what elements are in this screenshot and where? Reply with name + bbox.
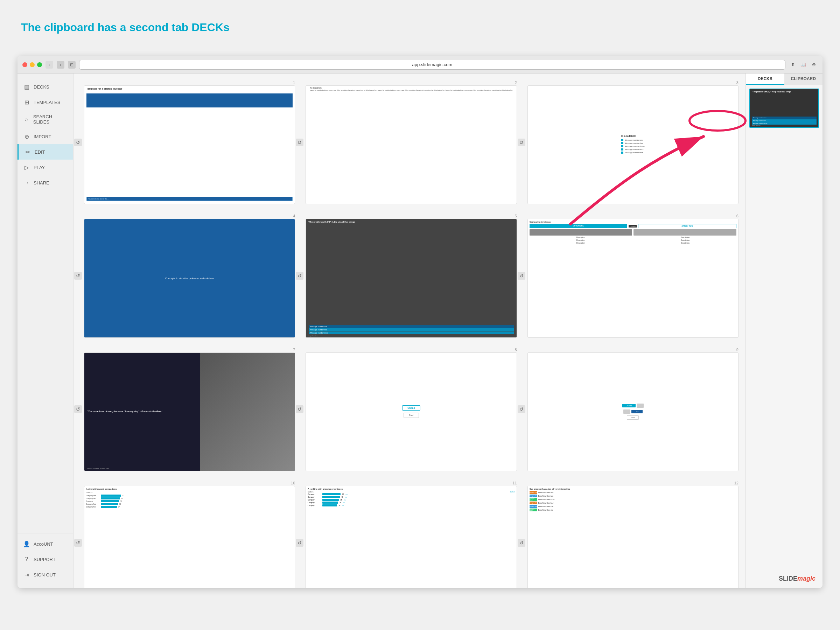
sidebar-item-support[interactable]: ? SUPPORT	[17, 552, 73, 567]
sidebar-item-account[interactable]: 👤 AccoUNT	[17, 536, 73, 552]
clipboard-slide-title: "The problem with [X]": A big visual tha…	[752, 91, 816, 93]
slide12-content: Our product has a ton of very interestin…	[528, 486, 738, 588]
url-bar[interactable]: app.slidemagic.com	[79, 60, 785, 69]
slide6-images	[529, 229, 736, 235]
slide3-title: In a nutshell	[621, 135, 645, 137]
rank2-fill	[322, 496, 340, 498]
slide-add-btn-5[interactable]: ↺	[296, 272, 303, 279]
benefit4: Benefit number four	[538, 502, 554, 504]
sidebar-label-support: SUPPORT	[33, 557, 56, 562]
sidebar-item-share[interactable]: → SHARE	[17, 175, 73, 190]
slide-thumbnail-3[interactable]: In a nutshell Message number one Message…	[527, 85, 739, 204]
benefit-row3: Category Three Benefit number three	[529, 498, 736, 501]
fullscreen-button[interactable]	[37, 62, 42, 67]
sidebar: ▤ DECKS ⊞ TEMPLATES ⌕ SEARCH SLIDES ⊕ IM…	[17, 74, 74, 588]
clipboard-content: "The problem with [X]": A big visual tha…	[746, 85, 823, 588]
slide-thumbnail-11[interactable]: A ranking with growth percentages Sales,…	[306, 486, 516, 588]
slide-thumbnail-7[interactable]: "The more I see of man, the more I love …	[84, 352, 295, 471]
plus-icon[interactable]: ⊕	[810, 61, 818, 69]
slide3-item1: Message number one	[621, 139, 645, 141]
sidebar-label-decks: DECKS	[33, 84, 49, 90]
desc3: Description	[529, 239, 632, 241]
minimize-button[interactable]	[30, 62, 35, 67]
sidebar-item-edit[interactable]: ✏ EDIT	[17, 144, 73, 159]
slide-item-7: 7 "The more I see of man, the more I lov…	[84, 347, 295, 471]
sidebar-label-import: IMPORT	[33, 134, 51, 139]
clipboard-slide-preview[interactable]: "The problem with [X]": A big visual tha…	[749, 88, 819, 128]
browser-actions: ⬆ 📖 ⊕	[789, 61, 818, 69]
slide10-content: A straight forward comparison Sales, $ C…	[84, 486, 295, 588]
slide-add-btn-12[interactable]: ↺	[518, 539, 525, 547]
sidebar-item-import[interactable]: ⊕ IMPORT	[17, 129, 73, 144]
slide-number-9: 9	[736, 347, 739, 352]
back-button[interactable]: ‹	[46, 61, 53, 69]
sidebar-label-share: SHARE	[33, 180, 49, 185]
close-button[interactable]	[22, 62, 27, 67]
sidebar-item-decks[interactable]: ▤ DECKS	[17, 79, 73, 95]
slide9-row2: USE	[623, 409, 643, 414]
slide-add-btn-3[interactable]: ↺	[518, 139, 525, 146]
bookmark-icon[interactable]: 📖	[799, 61, 807, 69]
bar2-val: 40	[122, 498, 123, 499]
slide-thumbnail-2[interactable]: The disclaimers Lawyers like to put big …	[306, 85, 516, 204]
slide-thumbnail-6[interactable]: Comparing two ideas OPTION ONE VERSUS OP…	[527, 219, 739, 337]
slide-add-btn-10[interactable]: ↺	[74, 539, 82, 547]
slide3-text2: Message number two	[625, 142, 643, 144]
slide-add-btn-6[interactable]: ↺	[518, 272, 525, 279]
rank5-pct: 5%	[342, 505, 344, 507]
slide-thumbnail-12[interactable]: Our product has a ton of very interestin…	[527, 486, 739, 588]
slide-add-btn-11[interactable]: ↺	[296, 539, 303, 547]
share-icon[interactable]: ⬆	[789, 61, 797, 69]
slide-add-btn-9[interactable]: ↺	[518, 405, 525, 413]
slide-number-8: 8	[515, 347, 517, 352]
slide9-fast: Fast	[627, 415, 639, 420]
bar1-val: 42	[123, 495, 124, 497]
dot-2	[621, 142, 623, 144]
sidebar-item-templates[interactable]: ⊞ TEMPLATES	[17, 95, 73, 110]
window-button[interactable]: ⊡	[68, 61, 76, 69]
tab-clipboard[interactable]: CLIPBOARD	[784, 74, 823, 85]
slide-number-1: 1	[293, 81, 295, 85]
slide-thumbnail-4[interactable]: Concepts to visualize problems and solut…	[84, 219, 295, 337]
slide2-col2: . Lawyers like to put big disclaimers on…	[377, 87, 445, 202]
tab-decks[interactable]: DECKS	[746, 74, 784, 85]
slide1-title: Template for a startup investor	[87, 87, 293, 90]
import-icon: ⊕	[23, 133, 30, 140]
slide11-content: A ranking with growth percentages Sales,…	[306, 486, 516, 588]
dot-5	[621, 152, 623, 154]
slide10-bar3: Company 38	[86, 500, 293, 502]
slide-add-btn-4[interactable]: ↺	[74, 272, 82, 279]
slide4-content: Concepts to visualize problems and solut…	[84, 219, 295, 337]
slide12-title: Our product has a ton of very interestin…	[529, 488, 736, 490]
slide-thumbnail-1[interactable]: Template for a startup investor You can …	[84, 85, 295, 204]
slide-item-5: 5 "The problem with [X]": A big visual t…	[306, 214, 516, 337]
slide-thumbnail-8[interactable]: Cheap Fast	[306, 352, 516, 471]
slide-add-btn-8[interactable]: ↺	[296, 405, 303, 413]
forward-button[interactable]: ›	[57, 61, 65, 69]
img-left	[529, 229, 632, 235]
slide-number-6: 6	[736, 214, 739, 218]
sidebar-item-search[interactable]: ⌕ SEARCH SLIDES	[17, 110, 73, 129]
cat5: Category Two	[529, 505, 537, 508]
slide-thumbnail-9[interactable]: Cheap USE Fast	[527, 352, 739, 471]
rank5-val: 34	[338, 505, 340, 507]
rank1-label: Company	[308, 494, 322, 495]
slide10-bar4: Company four 36	[86, 503, 293, 505]
slide-thumbnail-5[interactable]: "The problem with [X]": A big visual tha…	[306, 219, 516, 337]
slide-item-11: 11 A ranking with growth percentages Sal…	[306, 481, 516, 588]
clipboard-tabs: DECKS CLIPBOARD	[746, 74, 823, 85]
cat4: Category One	[529, 502, 537, 504]
slide-add-btn-7[interactable]: ↺	[74, 405, 82, 413]
slide-thumbnail-10[interactable]: A straight forward comparison Sales, $ C…	[84, 486, 295, 588]
rank2-val: 40	[341, 496, 343, 498]
clip-msg3: Message number three...	[752, 122, 816, 125]
slide10-bar5: Company five 34	[86, 506, 293, 508]
slide-add-btn-1[interactable]: ↺	[74, 139, 82, 146]
slide-item-3: 3 In a nutshell Message number one	[527, 81, 739, 204]
sidebar-item-signout[interactable]: ⇥ SIGN OUT	[17, 567, 73, 583]
browser-chrome: ‹ › ⊡ app.slidemagic.com ⬆ 📖 ⊕	[17, 56, 823, 74]
rank3-fill	[322, 499, 339, 501]
slide-add-btn-2[interactable]: ↺	[296, 139, 303, 146]
edit-icon: ✏	[24, 148, 31, 155]
sidebar-item-play[interactable]: ▷ PLAY	[17, 159, 73, 175]
